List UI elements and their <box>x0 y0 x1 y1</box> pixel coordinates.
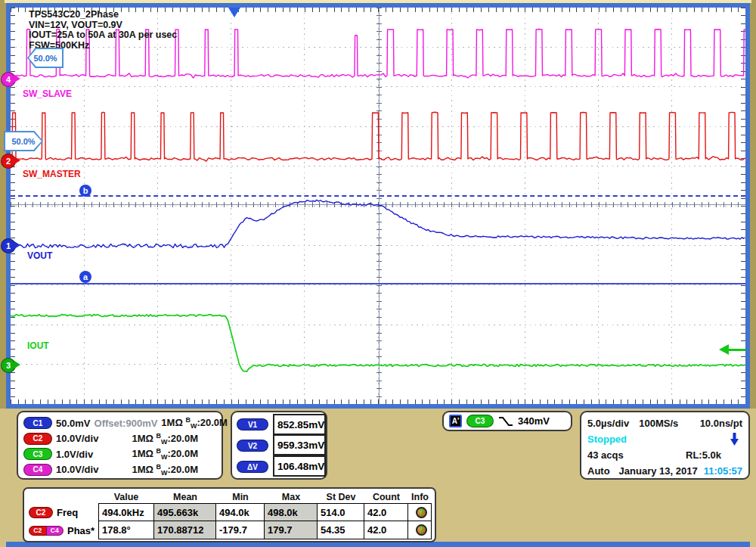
channel-2-marker-arrow-icon <box>14 157 20 164</box>
channel-1-offset: Offset:900mV <box>94 418 158 429</box>
channel-2-impedance-bandwidth: 1MΩ BW:20.0M <box>132 432 198 446</box>
channel-2-settings-row[interactable]: C2 10.0V/div 1MΩ BW:20.0M <box>23 431 216 447</box>
acquisitions-count: 43 acqs <box>587 449 624 461</box>
freq-max: 498.0k <box>264 503 318 521</box>
sample-rate: 100MS/s <box>639 418 678 429</box>
date-text: January 13, 2017 <box>619 465 698 477</box>
cursor-a-line[interactable] <box>11 283 745 284</box>
channel-3-impedance-bandwidth: 1MΩ BW:20.0M <box>132 447 198 461</box>
down-arrow-icon <box>730 432 739 446</box>
trigger-position-marker[interactable] <box>228 8 240 17</box>
freq-count: 42.0 <box>364 503 408 521</box>
datetime-row: Auto January 13, 2017 11:05:57 <box>587 463 742 479</box>
trace-c3 <box>11 315 744 372</box>
col-header-info: Info <box>408 490 432 503</box>
phase-count: 42.0 <box>364 521 408 539</box>
col-header-mean: Mean <box>154 490 216 503</box>
acquisition-count-row: 43 acqs RL:5.0k <box>587 447 742 463</box>
phase-max: 179.7 <box>264 521 318 539</box>
info-icon[interactable]: ? <box>416 507 427 518</box>
trace-c1 <box>11 200 744 247</box>
v2-value: 959.33mV <box>273 434 326 455</box>
cursor-b-line[interactable] <box>11 195 745 197</box>
phase-source-pill[interactable]: C2C4 <box>29 526 64 536</box>
phase-mean: 170.88712 <box>153 521 216 539</box>
cursor-a-badge[interactable]: a <box>79 271 91 283</box>
timebase-panel[interactable]: 5.0µs/div 100MS/s 10.0ns/pt Stopped 43 a… <box>580 411 750 480</box>
freq-source-pill[interactable]: C2 <box>29 507 53 518</box>
channel-4-scale: 10.0V/div <box>56 464 103 475</box>
annotation-line-1: TPS543C20_2Phase <box>29 10 177 20</box>
c4-level-tag-text: 50.0% <box>29 49 62 67</box>
delta-v-value: 106.48mV <box>273 455 326 477</box>
measurement-table-panel[interactable]: Value Mean Min Max St Dev Count Info C2 … <box>23 487 436 542</box>
cursor-v2-row: V2 959.33mV <box>237 435 326 456</box>
channel-3-marker[interactable]: 3 <box>1 358 16 373</box>
channel-4-marker[interactable]: 4 <box>1 72 16 87</box>
time-text: 11:05:57 <box>704 465 742 477</box>
info-icon[interactable]: ? <box>416 524 427 536</box>
trigger-source-pill[interactable]: C3 <box>466 415 494 427</box>
header-spacer <box>27 490 98 503</box>
phase-info-cell: ? <box>407 521 432 539</box>
channel-4-pill[interactable]: C4 <box>23 464 52 476</box>
channel-2-marker[interactable]: 2 <box>1 154 16 169</box>
channel-1-pill[interactable]: C1 <box>23 417 52 429</box>
v1-value: 852.85mV <box>273 414 326 435</box>
channel-2-pill[interactable]: C2 <box>23 433 52 445</box>
channel-3-scale: 1.0V/div <box>56 449 103 460</box>
time-per-div: 5.0µs/div <box>587 418 629 429</box>
delta-v-pill[interactable]: ΔV <box>237 461 268 473</box>
setup-annotation: TPS543C20_2Phase VIN=12V, VOUT=0.9V IOUT… <box>29 10 177 51</box>
phase-stdev: 54.35 <box>317 521 364 539</box>
freq-stdev: 514.0 <box>317 503 364 521</box>
channel-3-marker-arrow-icon <box>14 361 20 368</box>
cursor-dv-row: ΔV 106.48mV <box>237 456 326 477</box>
freq-measure-name: Freq <box>57 507 78 518</box>
trace-label-sw-master: SW_MASTER <box>23 169 81 179</box>
graticule[interactable]: TPS543C20_2Phase VIN=12V, VOUT=0.9V IOUT… <box>11 8 745 404</box>
phase-row-label: C2C4 Phas* <box>27 521 98 539</box>
trigger-a-badge[interactable]: A' <box>449 415 462 427</box>
trigger-level-arrow-icon[interactable] <box>719 344 729 355</box>
trigger-panel[interactable]: A' C3 340mV <box>442 411 572 431</box>
annotation-line-2: VIN=12V, VOUT=0.9V <box>29 20 177 31</box>
channel-settings-panel[interactable]: C1 50.0mV Offset:900mV 1MΩ BW:20.0M C2 1… <box>17 411 223 480</box>
trace-label-iout: IOUT <box>27 340 49 351</box>
c2-level-tag-text: 50.0% <box>5 132 42 150</box>
freq-row-label: C2 Freq <box>27 503 98 521</box>
measurement-row-freq: C2 Freq 494.0kHz 495.663k 494.0k 498.0k … <box>27 503 432 521</box>
cursor-b-badge[interactable]: b <box>79 185 91 197</box>
record-length: RL:5.0k <box>686 449 721 461</box>
acquisition-state-row: Stopped <box>587 431 742 447</box>
annotation-line-3: IOUT=25A to 50A at 30A per usec <box>29 30 177 41</box>
cursor-readout-panel[interactable]: V1 852.85mV V2 959.33mV ΔV 106.48mV <box>231 411 327 480</box>
channel-4-impedance-bandwidth: 1MΩ BW:20.0M <box>132 463 198 477</box>
display-bottom-accent <box>6 542 750 547</box>
timebase-row: 5.0µs/div 100MS/s 10.0ns/pt <box>587 415 742 431</box>
freq-min: 494.0k <box>215 503 265 521</box>
v2-pill[interactable]: V2 <box>237 440 268 452</box>
trigger-level-indicator-line <box>727 349 745 351</box>
waveform-traces <box>11 8 745 404</box>
channel-1-scale: 50.0mV <box>56 418 91 429</box>
channel-3-settings-row[interactable]: C3 1.0V/div 1MΩ BW:20.0M <box>23 446 216 462</box>
col-header-max: Max <box>265 490 318 503</box>
channel-1-marker[interactable]: 1 <box>1 238 16 253</box>
channel-1-settings-row[interactable]: C1 50.0mV Offset:900mV 1MΩ BW:20.0M <box>23 415 216 431</box>
col-header-count: Count <box>364 490 408 503</box>
trace-c2 <box>11 112 745 161</box>
trigger-mode: Auto <box>587 465 610 477</box>
phase-measure-name: Phas* <box>67 525 94 536</box>
col-header-value: Value <box>98 490 154 503</box>
measurement-row-phase: C2C4 Phas* 178.8° 170.88712 -179.7 179.7… <box>27 521 432 539</box>
v1-pill[interactable]: V1 <box>237 418 268 430</box>
channel-4-settings-row[interactable]: C4 10.0V/div 1MΩ BW:20.0M <box>23 462 216 478</box>
col-header-stdev: St Dev <box>318 490 364 503</box>
measurement-table-header: Value Mean Min Max St Dev Count Info <box>27 490 432 503</box>
channel-3-pill[interactable]: C3 <box>23 448 52 460</box>
cursor-v1-row: V1 852.85mV <box>237 414 326 435</box>
oscilloscope-screen: { "annotation": { "line1": "TPS543C20_2P… <box>0 0 756 547</box>
trace-label-vout: VOUT <box>27 250 52 261</box>
freq-mean: 495.663k <box>153 503 216 521</box>
